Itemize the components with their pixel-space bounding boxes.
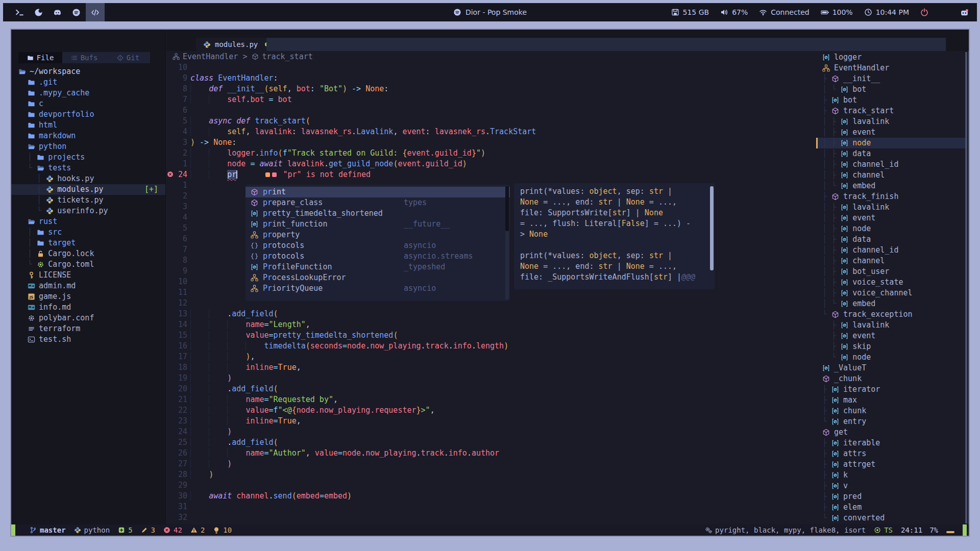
outline-item-attrget[interactable]: ├ attrget (816, 459, 965, 470)
outline-item-EventHandler[interactable]: EventHandler (816, 63, 965, 73)
completion-item[interactable]: print (246, 187, 510, 197)
completion-item[interactable]: property (246, 230, 510, 240)
completion-item[interactable]: print_function__future__ (246, 219, 510, 230)
code-line[interactable]: 19 ) (166, 373, 816, 384)
tree-item-polybar.conf[interactable]: polybar.conf (11, 313, 165, 323)
code-line[interactable]: 15 value=pretty_timedelta_shortened( (166, 330, 816, 341)
tree-item-.mypy_cache[interactable]: .mypy_cache (11, 88, 165, 98)
code-line[interactable]: 4 self, lavalink: lavasnek_rs.Lavalink, … (166, 127, 816, 137)
tree-item-rust[interactable]: rust (11, 216, 165, 227)
explorer-tab-file[interactable]: File (18, 52, 62, 63)
status-power[interactable] (920, 8, 928, 16)
outline-item-voice_channel[interactable]: │ ├ voice_channel (816, 288, 965, 298)
outline-item-channel_id[interactable]: │ ├ channel_id (816, 159, 965, 170)
tree-item-modules.py[interactable]: │ modules.py[+] (11, 184, 165, 195)
tree-item-devportfolio[interactable]: devportfolio (11, 109, 165, 120)
outline-item-data[interactable]: │ ├ data (816, 148, 965, 159)
diagnostic-warnings[interactable]: 2 (190, 526, 205, 534)
completion-item[interactable]: ProfileFunction_typeshed (246, 262, 510, 272)
tree-item-LICENSE[interactable]: LICENSE (11, 270, 165, 281)
outline-item-logger[interactable]: logger (816, 52, 965, 63)
diagnostic-errors[interactable]: 42 (163, 526, 182, 534)
tree-item-target[interactable]: │ target (11, 238, 165, 248)
outline-item-entry[interactable]: └ entry (816, 416, 965, 427)
tree-item-c[interactable]: c (11, 98, 165, 109)
outline-item-node[interactable]: │ ├ node (816, 223, 965, 234)
code-line[interactable]: 2 logger.info(f"Track started on Guild: … (166, 148, 816, 159)
workspace-terminal-icon[interactable] (10, 3, 29, 21)
workspace-code-icon[interactable] (86, 3, 105, 21)
tree-item-Cargo.toml[interactable]: └ Cargo.toml (11, 259, 165, 270)
outline-item-node[interactable]: └ node (816, 352, 965, 363)
code-line[interactable]: 5 async def track_start( (166, 116, 816, 127)
outline-item-attrs[interactable]: ├ attrs (816, 448, 965, 459)
code-line[interactable]: 30 await channel.send(embed=embed) (166, 491, 816, 502)
code-line[interactable]: 16 timedelta(seconds=node.now_playing.tr… (166, 341, 816, 352)
code-line[interactable]: 18 inline=True, (166, 362, 816, 373)
git-branch[interactable]: master (30, 526, 66, 534)
outline-item-bot[interactable]: ├ bot (816, 95, 965, 106)
tree-item-terraform[interactable]: terraform (11, 323, 165, 334)
code-line[interactable]: 10 (166, 62, 816, 73)
outline-item-lavalink[interactable]: │ ├ lavalink (816, 202, 965, 213)
code-line[interactable]: 25 .add_field( (166, 437, 816, 448)
code-line[interactable]: 14 name="Length", (166, 319, 816, 330)
workspace-moon-icon[interactable] (29, 3, 48, 21)
tree-item-projects[interactable]: │ projects (11, 152, 165, 163)
outline-item-track_exception[interactable]: └ track_exception (816, 309, 965, 320)
code-line[interactable]: 31 (166, 502, 816, 512)
tree-item-info.md[interactable]: info.md (11, 302, 165, 313)
code-line[interactable]: 13 .add_field( (166, 309, 816, 319)
code-line[interactable]: 8 def __init__(self, bot: "Bot") -> None… (166, 84, 816, 94)
tree-item-markdown[interactable]: markdown (11, 131, 165, 141)
tree-item-Cargo.lock[interactable]: │ Cargo.lock (11, 248, 165, 259)
diagnostic-hints[interactable]: 10 (213, 526, 232, 534)
outline-item-channel_id[interactable]: │ ├ channel_id (816, 245, 965, 256)
doc-scrollbar-thumb[interactable] (710, 186, 714, 270)
outline-item-v[interactable]: ├ v (816, 481, 965, 491)
code-line[interactable]: 23 inline=True, (166, 416, 816, 427)
code-line[interactable]: 20 .add_field( (166, 384, 816, 394)
code-line[interactable]: 28 ) (166, 469, 816, 480)
outline-item-node[interactable]: │ ├ node (816, 138, 965, 148)
completion-item[interactable]: prepare_classtypes (246, 197, 510, 208)
outline-item-bot[interactable]: │ └ bot (816, 84, 965, 95)
code-line[interactable]: 9class EventHandler: (166, 73, 816, 84)
outline-item-voice_state[interactable]: │ ├ voice_state (816, 277, 965, 288)
outline-item-lavalink[interactable]: ├ lavalink (816, 320, 965, 331)
code-line[interactable]: 26 name="Author", value=node.now_playing… (166, 448, 816, 459)
outline-item-_chunk[interactable]: _chunk (816, 373, 965, 384)
tree-item-userinfo.py[interactable]: └ userinfo.py (11, 206, 165, 216)
outline-item-pred[interactable]: ├ pred (816, 491, 965, 502)
outline-item-channel[interactable]: │ ├ channel (816, 256, 965, 266)
outline-item-event[interactable]: ├ event (816, 331, 965, 341)
workspace-spotify-icon[interactable] (67, 3, 86, 21)
popup-scrollbar-thumb[interactable] (505, 186, 509, 231)
outline-item-event[interactable]: │ ├ event (816, 213, 965, 223)
system-tray[interactable] (960, 8, 969, 17)
outline-item-k[interactable]: ├ k (816, 470, 965, 481)
tree-item-python[interactable]: python (11, 141, 165, 152)
workspace-discord-icon[interactable] (48, 3, 67, 21)
code-line[interactable]: 17 ), (166, 352, 816, 362)
code-line[interactable]: 24 ) (166, 427, 816, 437)
code-line[interactable]: 21 name="Requested by", (166, 394, 816, 405)
outline-item-data[interactable]: │ ├ data (816, 234, 965, 245)
outline-item-max[interactable]: ├ max (816, 395, 965, 406)
outline-item-elem[interactable]: ├ elem (816, 502, 965, 513)
code-line[interactable]: 3) -> None: (166, 137, 816, 148)
outline-item-channel[interactable]: │ ├ channel (816, 170, 965, 181)
outline-item-embed[interactable]: │ └ embed (816, 181, 965, 191)
outline-item-get[interactable]: get (816, 427, 965, 438)
code-line[interactable]: 29 (166, 480, 816, 491)
outline-item-embed[interactable]: │ └ embed (816, 298, 965, 309)
tree-item-~/workspace[interactable]: ~/workspace (11, 66, 165, 77)
completion-item[interactable]: protocolsasyncio (246, 240, 510, 251)
outline-item-converted[interactable]: └ converted (816, 513, 965, 523)
buffer-tab-modules[interactable]: modules.py (196, 38, 276, 51)
outline-item-__init__[interactable]: ├ __init__ (816, 73, 965, 84)
completion-item[interactable]: pretty_timedelta_shortened (246, 208, 510, 219)
outline-item-iterator[interactable]: ├ iterator (816, 384, 965, 395)
outline-item-track_start[interactable]: ├ track_start (816, 106, 965, 116)
tree-item-html[interactable]: html (11, 120, 165, 131)
